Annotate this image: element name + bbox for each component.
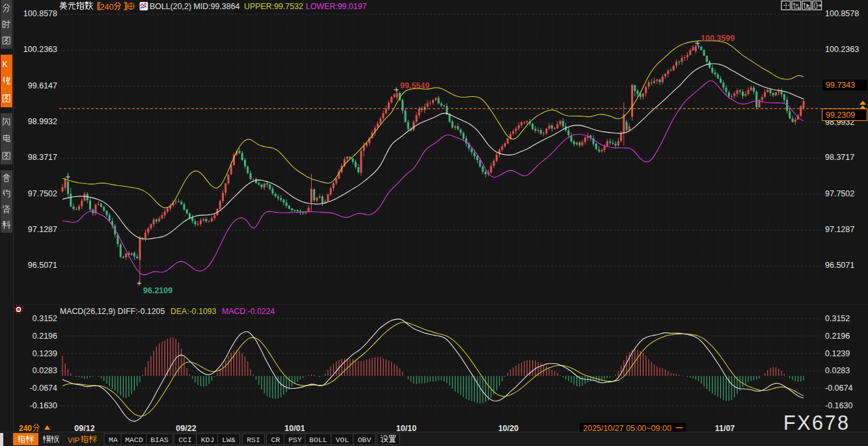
svg-text:OBV: OBV (358, 436, 372, 444)
svg-text:99.6147: 99.6147 (28, 81, 57, 90)
svg-text:2025/10/27 05:00~09:00: 2025/10/27 05:00~09:00 (583, 424, 671, 433)
svg-text:0.0283: 0.0283 (825, 366, 850, 375)
svg-text:DEA:-0.1093: DEA:-0.1093 (170, 307, 217, 316)
svg-text:09/12: 09/12 (74, 424, 94, 433)
svg-text:99.5549: 99.5549 (400, 81, 429, 90)
svg-text:100.8578: 100.8578 (825, 9, 859, 18)
svg-text:96.2109: 96.2109 (143, 286, 172, 295)
svg-text:LOWER:99.0197: LOWER:99.0197 (306, 2, 367, 11)
svg-text:VOL: VOL (336, 436, 349, 444)
svg-text:96.5071: 96.5071 (28, 261, 57, 270)
svg-text:10/01: 10/01 (284, 424, 305, 433)
svg-text:0.2196: 0.2196 (33, 332, 57, 341)
svg-text:96.5071: 96.5071 (825, 261, 854, 270)
svg-text:UPPER:99.7532: UPPER:99.7532 (244, 2, 303, 11)
svg-text:FX678: FX678 (783, 412, 850, 434)
svg-text:0.2196: 0.2196 (825, 332, 850, 341)
svg-text:0.0283: 0.0283 (33, 366, 57, 375)
svg-text:98.9932: 98.9932 (28, 117, 57, 126)
svg-text:KDJ: KDJ (201, 436, 215, 444)
svg-text:RSI: RSI (247, 436, 260, 444)
svg-text:98.3717: 98.3717 (825, 153, 854, 162)
svg-text:MACD:-0.0224: MACD:-0.0224 (222, 307, 275, 316)
svg-text:0.3152: 0.3152 (33, 314, 57, 323)
svg-text:BOLL(20,2) MID:99.3864: BOLL(20,2) MID:99.3864 (150, 2, 240, 11)
svg-text:-0.0674: -0.0674 (30, 384, 57, 393)
svg-text:240: 240 (100, 2, 113, 12)
svg-text:97.7502: 97.7502 (28, 189, 57, 198)
svg-text:09/22: 09/22 (176, 424, 196, 433)
svg-text:99.2309: 99.2309 (826, 111, 855, 120)
svg-text:CR: CR (271, 436, 280, 444)
svg-text:97.1287: 97.1287 (28, 225, 57, 234)
svg-text:97.1287: 97.1287 (825, 225, 854, 234)
svg-text:MA: MA (109, 436, 118, 444)
svg-text:-0.0674: -0.0674 (825, 384, 852, 393)
svg-text:100.8578: 100.8578 (23, 9, 57, 18)
svg-text:PSY: PSY (288, 436, 302, 444)
svg-text:10/10: 10/10 (396, 424, 416, 433)
svg-text:11/07: 11/07 (715, 424, 735, 433)
svg-text:MACD: MACD (125, 436, 143, 444)
svg-text:0.3152: 0.3152 (825, 314, 850, 323)
svg-text:0.1239: 0.1239 (33, 349, 57, 358)
svg-text:100.2363: 100.2363 (23, 45, 57, 54)
svg-text:K: K (2, 60, 8, 69)
svg-text:-0.1630: -0.1630 (30, 401, 57, 410)
svg-text:100.3599: 100.3599 (701, 34, 735, 43)
svg-text:-0.1630: -0.1630 (825, 401, 852, 410)
svg-text:LW&: LW& (222, 436, 236, 444)
svg-text:BOLL: BOLL (309, 436, 327, 444)
svg-text:CCI: CCI (178, 436, 192, 444)
svg-text:98.3717: 98.3717 (28, 153, 57, 162)
svg-text:97.7502: 97.7502 (825, 189, 854, 198)
svg-text:100.2363: 100.2363 (825, 45, 859, 54)
svg-text:BIAS: BIAS (150, 436, 169, 444)
svg-text:240: 240 (19, 424, 32, 433)
svg-text:99.7343: 99.7343 (826, 81, 855, 90)
svg-text:10/20: 10/20 (498, 424, 519, 433)
svg-text:0.1239: 0.1239 (825, 349, 850, 358)
svg-text:VIP: VIP (68, 436, 80, 444)
svg-text:MACD(26,12,9) DIFF:-0.1205: MACD(26,12,9) DIFF:-0.1205 (60, 307, 165, 316)
